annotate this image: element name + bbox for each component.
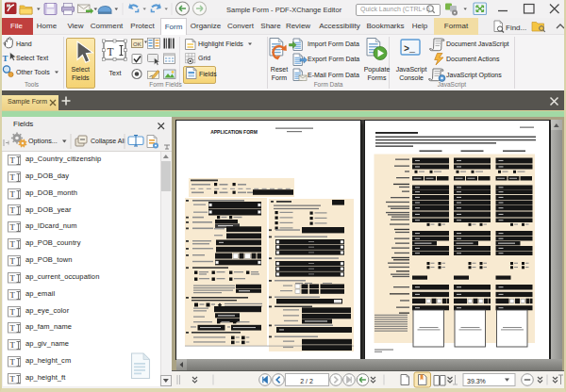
svg-text:T: T — [10, 155, 16, 165]
svg-text:T: T — [10, 205, 16, 215]
svg-text:2 / 2: 2 / 2 — [300, 377, 313, 384]
svg-text:T: T — [10, 256, 16, 266]
svg-text:Options...: Options... — [28, 137, 58, 145]
svg-text:>_: >_ — [404, 44, 416, 55]
svg-text:APPLICATION FORM: APPLICATION FORM — [210, 128, 258, 134]
svg-text:T: T — [10, 290, 16, 300]
svg-text:T: T — [10, 172, 16, 182]
svg-text:T: T — [10, 307, 16, 317]
svg-text:T: T — [108, 46, 114, 57]
svg-text:T: T — [10, 323, 16, 333]
svg-text:OK: OK — [133, 41, 142, 47]
svg-text:T: T — [10, 239, 16, 249]
svg-text:T: T — [10, 189, 16, 199]
svg-text:T: T — [10, 273, 16, 283]
svg-text:T: T — [10, 222, 16, 232]
svg-text:T: T — [10, 374, 16, 384]
svg-text:T: T — [10, 357, 16, 367]
svg-text:T: T — [10, 340, 16, 350]
svg-text:T: T — [3, 54, 8, 63]
svg-text:Collapse All: Collapse All — [91, 138, 125, 145]
svg-text:39.3%: 39.3% — [467, 377, 486, 384]
